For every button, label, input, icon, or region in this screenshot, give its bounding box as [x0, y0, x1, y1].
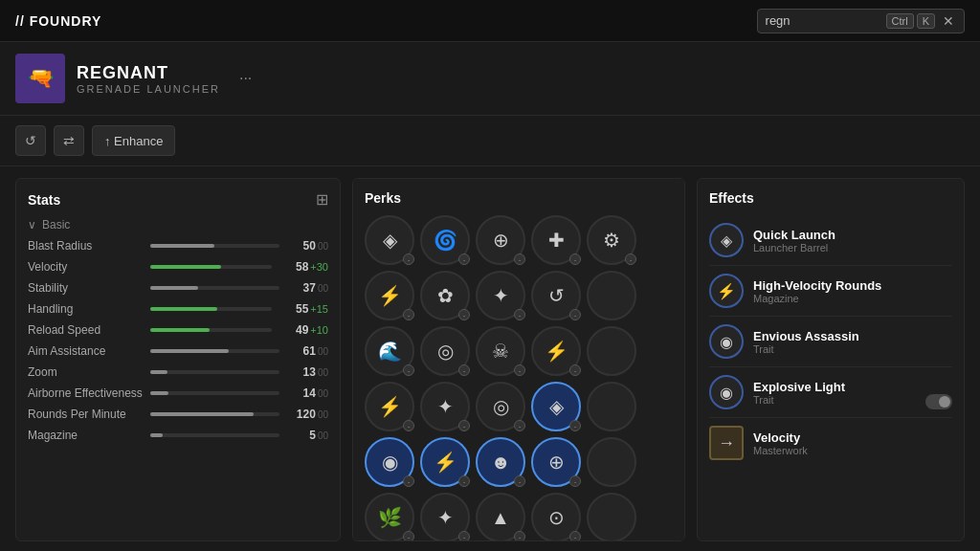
stat-bar	[150, 328, 210, 332]
perks-title: Perks	[365, 190, 401, 206]
perk-slot[interactable]: ☠-	[476, 326, 525, 376]
perk-slot[interactable]: ◉-	[365, 437, 414, 487]
perk-slot[interactable]: ◎-	[476, 382, 525, 431]
shuffle-button[interactable]: ⇄	[54, 125, 84, 156]
stat-row: Velocity 58 +30	[28, 260, 328, 274]
stat-bar-container	[150, 265, 272, 269]
perk-dot: -	[403, 309, 414, 320]
perk-row: 🌿-✦-▲-⊙-	[365, 493, 673, 541]
perk-dot: -	[403, 420, 414, 431]
effects-list: ◈ Quick Launch Launcher Barrel ⚡ High-Ve…	[709, 215, 952, 468]
perk-slot[interactable]: ✚-	[531, 215, 581, 265]
stat-max: 00	[318, 430, 328, 441]
perk-slot[interactable]: ☻-	[476, 437, 525, 487]
perk-slot[interactable]: 🌿-	[365, 493, 414, 541]
perk-slot[interactable]: ⚡-	[365, 271, 414, 320]
perk-dot: -	[458, 253, 470, 265]
weapon-menu-button[interactable]: ···	[239, 70, 252, 87]
perk-slot[interactable]	[587, 326, 636, 376]
perk-slot[interactable]: ⊕-	[476, 215, 525, 265]
perk-dot: -	[458, 309, 470, 320]
perk-slot[interactable]: ◈-	[365, 215, 414, 265]
effect-subtext: Launcher Barrel	[753, 242, 835, 253]
k-key: K	[917, 13, 935, 29]
stat-value: 37	[287, 281, 316, 295]
perk-slot[interactable]: ✿-	[420, 271, 470, 320]
stat-value: 61	[287, 344, 316, 358]
effect-text: Quick Launch Launcher Barrel	[753, 228, 835, 253]
enhance-button[interactable]: ↑ Enhance	[92, 125, 175, 156]
effect-icon: ◈	[709, 223, 744, 257]
perk-dot: -	[514, 475, 525, 487]
effect-subtext: Trait	[753, 343, 859, 355]
effect-text: Envious Assassin Trait	[753, 329, 859, 355]
perk-dot: -	[569, 253, 581, 265]
stat-max: 00	[318, 241, 328, 252]
perk-slot[interactable]: ⚙-	[587, 215, 636, 265]
stat-name: Handling	[28, 302, 143, 316]
perk-slot[interactable]: ⚡-	[420, 437, 470, 487]
effect-toggle[interactable]	[925, 394, 952, 409]
perk-slot[interactable]	[587, 382, 636, 431]
topbar: // FOUNDRY Ctrl K ✕	[0, 0, 980, 42]
perk-slot[interactable]: 🌀-	[420, 215, 470, 265]
perk-slot[interactable]: ✦-	[476, 271, 525, 320]
stat-bar	[150, 286, 198, 290]
chevron-down-icon: ∨	[28, 218, 36, 231]
stats-rows: Blast Radius 50 00 Velocity 58 +30 Stabi…	[28, 239, 328, 442]
stats-section-basic[interactable]: ∨ Basic	[28, 218, 328, 231]
perk-slot[interactable]	[587, 493, 636, 541]
stat-name: Magazine	[28, 429, 143, 442]
stat-row: Airborne Effectiveness 14 00	[28, 386, 328, 400]
stats-options-button[interactable]: ⊞	[316, 190, 328, 209]
perk-dot: -	[458, 531, 470, 541]
search-input[interactable]	[766, 13, 880, 28]
ctrl-key: Ctrl	[886, 13, 914, 29]
perk-slot[interactable]	[587, 271, 636, 320]
perk-slot[interactable]: ✦-	[420, 493, 470, 541]
search-bar[interactable]: Ctrl K ✕	[757, 9, 965, 33]
perk-slot[interactable]: ⊙-	[531, 493, 581, 541]
perk-dot: -	[514, 364, 525, 376]
perk-slot[interactable]	[587, 437, 636, 487]
perks-header: Perks	[365, 190, 673, 206]
perk-dot: -	[458, 364, 470, 376]
stat-bonus: +10	[310, 324, 328, 336]
perk-slot[interactable]: 🌊-	[365, 326, 414, 376]
effects-title: Effects	[709, 190, 754, 206]
stat-name: Aim Assistance	[28, 344, 143, 358]
stat-value: 50	[287, 239, 316, 253]
weapon-type: GRENADE LAUNCHER	[77, 83, 220, 95]
perk-slot[interactable]: ⚡-	[531, 326, 581, 376]
perk-dot: -	[514, 531, 525, 541]
effects-panel: Effects ◈ Quick Launch Launcher Barrel ⚡…	[697, 178, 965, 541]
perk-slot[interactable]: ⊕-	[531, 437, 581, 487]
effect-text: Explosive Light Trait	[753, 380, 845, 406]
effect-name: Envious Assassin	[753, 329, 859, 343]
effect-subtext: Trait	[753, 394, 845, 406]
stat-bar	[150, 391, 168, 395]
stat-value: 49	[279, 323, 308, 337]
stat-value: 13	[287, 365, 316, 379]
perk-slot[interactable]: ⚡-	[365, 382, 414, 431]
perks-grid: ◈-🌀-⊕-✚-⚙-⚡-✿-✦-↺-🌊-◎-☠-⚡-⚡-✦-◎-◈-◉-⚡-☻-…	[365, 215, 673, 541]
perk-dot: -	[458, 420, 470, 431]
stat-row: Stability 37 00	[28, 281, 328, 295]
perk-slot[interactable]: ▲-	[476, 493, 525, 541]
perk-slot[interactable]: ✦-	[420, 382, 470, 431]
stat-max: 00	[318, 367, 328, 378]
stat-bar	[150, 370, 167, 374]
perk-dot: -	[403, 364, 414, 376]
search-clear-button[interactable]: ✕	[941, 13, 956, 29]
search-shortcuts: Ctrl K	[886, 13, 935, 29]
perk-slot[interactable]: ↺-	[531, 271, 581, 320]
perk-slot[interactable]: ◈-	[531, 382, 581, 431]
effect-name: Velocity	[753, 430, 808, 445]
undo-button[interactable]: ↺	[15, 125, 46, 156]
perk-slot[interactable]: ◎-	[420, 326, 470, 376]
perk-dot: -	[569, 475, 581, 487]
perk-dot: -	[625, 253, 636, 265]
effect-item-explosive-light: ◉ Explosive Light Trait	[709, 367, 952, 418]
weapon-header: 🔫 REGNANT GRENADE LAUNCHER ···	[0, 42, 980, 116]
effect-text: Velocity Masterwork	[753, 430, 808, 456]
